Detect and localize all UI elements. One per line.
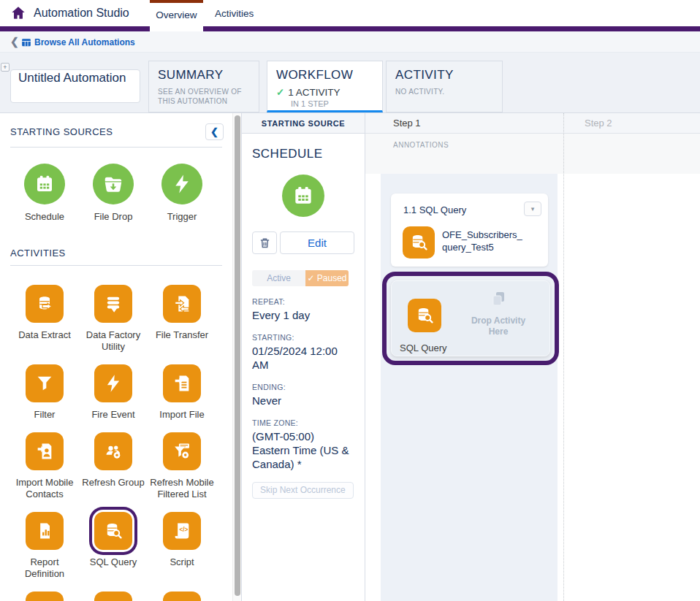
activity-import-file[interactable]: Import File [148,364,216,421]
app-title: Automation Studio [34,0,129,26]
drop-target-highlight[interactable]: Drop Activity Here SQL Query [382,272,559,365]
activity-tile-partial[interactable] [79,592,148,601]
tab-workflow[interactable]: WORKFLOW ✓1 ACTIVITY IN 1 STEP [267,61,383,112]
scrollbar-thumb[interactable] [235,115,240,596]
activity-subtitle: NO ACTIVITY. [395,87,493,96]
activity-card-menu-button[interactable]: ▾ [524,202,541,216]
breadcrumb: ❮ Browse All Automations [0,31,700,53]
copy-pages-icon [489,290,508,307]
skip-next-occurrence-button[interactable]: Skip Next Occurrence [252,482,354,499]
drop-activity-slot[interactable]: Drop Activity Here SQL Query [391,280,550,356]
divider [10,265,222,266]
funnel-icon [34,373,55,394]
activity-file-transfer[interactable]: File Transfer [148,285,216,353]
step-divider [563,113,564,601]
activities-grid: Data Extract Data Factory Utility File T… [10,285,221,601]
activity-script[interactable]: </> Script [148,512,216,580]
dragged-sql-query-tile[interactable] [408,299,441,332]
lightning-icon [103,373,123,394]
activity-data-factory-utility[interactable]: Data Factory Utility [79,285,148,353]
activity-tile-partial[interactable] [148,592,216,601]
brand-strip [0,26,700,31]
toggle-paused-option[interactable]: ✓ Paused [305,270,349,286]
activity-name: OFE_Subscribers_query_Test5 [442,229,524,253]
activity-data-extract[interactable]: Data Extract [10,285,79,353]
dragged-tile-label: SQL Query [400,342,447,353]
activity-report-definition[interactable]: Report Definition [10,512,79,580]
tab-summary[interactable]: SUMMARY SEE AN OVERVIEW OF THIS AUTOMATI… [148,61,259,112]
svg-text:</>: </> [180,527,189,533]
starting-source-panel: STARTING SOURCE SCHEDULE Edit Active ✓ P… [241,113,365,601]
nav-tab-overview[interactable]: Overview [150,0,203,31]
report-icon [34,521,55,541]
drop-hint-text: Drop Activity Here [468,315,529,337]
active-paused-toggle: Active ✓ Paused [252,270,349,286]
workflow-activity-count: ✓1 ACTIVITY [276,86,373,98]
annotations-row: ANNOTATIONS [365,134,700,174]
trash-icon [259,237,271,249]
check-icon: ✓ [307,273,314,283]
automation-name-input[interactable] [10,69,140,103]
sidebar-scrollbar[interactable] [232,113,241,601]
home-icon[interactable] [10,5,26,21]
collapse-sidebar-button[interactable]: ❮ [205,123,224,140]
step-1-header: Step 1 [393,113,421,134]
activity-tile-partial[interactable] [10,592,79,601]
activities-title: ACTIVITIES [10,248,66,259]
sql-query-icon-tile [403,226,435,259]
delete-schedule-button[interactable] [252,231,277,254]
source-schedule[interactable]: Schedule [10,164,79,223]
workflow-canvas: Step 1 Step 2 ANNOTATIONS 1.1 SQL Query … [365,113,700,601]
toggle-active-option[interactable]: Active [252,270,305,286]
collapse-header-button[interactable]: + [1,63,9,72]
edit-schedule-button[interactable]: Edit [280,231,354,254]
database-magnifier-icon [414,305,435,326]
step-2-header: Step 2 [585,113,612,134]
summary-title: SUMMARY [158,68,250,83]
source-trigger[interactable]: Trigger [148,164,216,223]
starting-value: 01/25/2024 12:00 AM [252,344,354,372]
workflow-step-count: IN 1 STEP [291,99,373,108]
back-chevron-icon[interactable]: ❮ [10,31,19,53]
funnel-refresh-icon [172,441,192,462]
database-stack-icon [103,294,123,314]
starting-sources-grid: Schedule File Drop Trigger [10,164,221,223]
chevron-down-icon: ▾ [531,205,535,213]
nav-tab-activities[interactable]: Activities [208,0,261,26]
people-refresh-icon [103,441,123,462]
repeat-label: REPEAT: [252,297,354,306]
browse-all-automations-link[interactable]: Browse All Automations [34,31,135,53]
starting-label: STARTING: [252,333,354,342]
activity-fire-event[interactable]: Fire Event [79,364,148,421]
activity-card-title: 1.1 SQL Query [403,204,466,215]
activity-title: ACTIVITY [395,68,493,83]
lightning-icon [171,173,193,195]
tab-activity[interactable]: ACTIVITY NO ACTIVITY. [386,61,503,112]
ending-label: ENDING: [252,383,354,391]
schedule-title: SCHEDULE [252,147,354,161]
script-icon: </> [172,521,192,541]
sql-query-activity-card[interactable]: 1.1 SQL Query ▾ OFE_Subscribers_query_Te… [391,194,548,267]
activity-filter[interactable]: Filter [10,364,79,421]
workflow-title: WORKFLOW [276,68,373,83]
activity-sql-query[interactable]: SQL Query [79,512,148,580]
calendar-icon [34,173,56,195]
top-nav: Automation Studio Overview Activities [0,0,700,26]
tools-sidebar: STARTING SOURCES ❮ Schedule File Drop [0,113,232,601]
steps-header-row: Step 1 Step 2 [365,113,700,134]
activity-refresh-group[interactable]: Refresh Group [79,432,148,500]
automation-header: + SUMMARY SEE AN OVERVIEW OF THIS AUTOMA… [0,53,700,113]
ending-value: Never [252,394,354,407]
timezone-value: (GMT-05:00) Eastern Time (US & Canada) * [252,429,354,471]
starting-source-header: STARTING SOURCE [242,113,365,134]
annotations-label: ANNOTATIONS [393,141,449,149]
activity-refresh-mobile-filtered-list[interactable]: Refresh Mobile Filtered List [148,432,216,500]
table-icon [21,37,31,47]
file-import-icon [172,373,192,394]
file-arrows-icon [172,294,192,314]
divider [10,147,222,148]
database-magnifier-icon [408,232,429,253]
source-file-drop[interactable]: File Drop [79,164,148,223]
activity-import-mobile-contacts[interactable]: Import Mobile Contacts [10,432,79,500]
repeat-value: Every 1 day [252,308,354,322]
